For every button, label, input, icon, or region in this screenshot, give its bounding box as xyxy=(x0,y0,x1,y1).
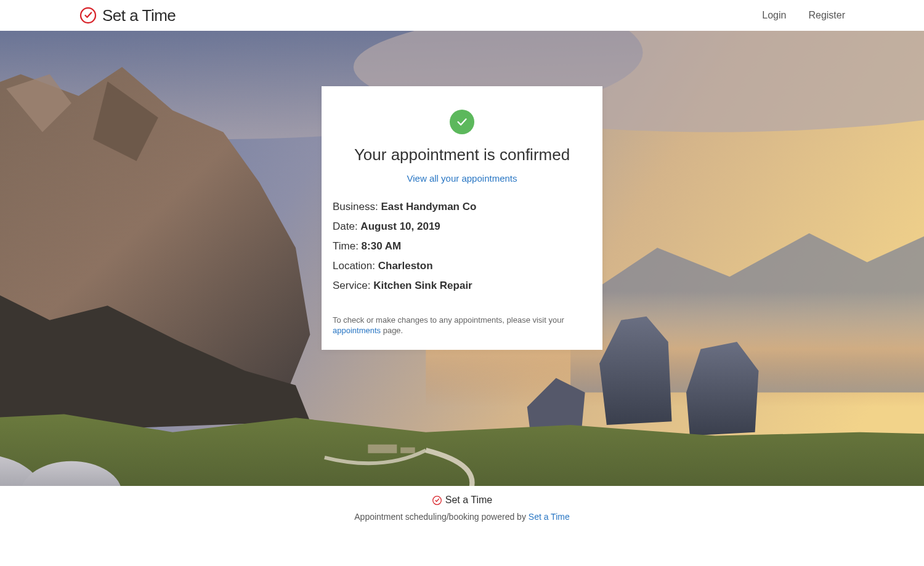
clock-check-icon xyxy=(432,495,442,506)
detail-date: Date: August 10, 2019 xyxy=(333,220,591,233)
svg-rect-12 xyxy=(368,445,397,453)
confirmation-title: Your appointment is confirmed xyxy=(333,145,591,164)
note-post: page. xyxy=(381,326,403,335)
value: 8:30 AM xyxy=(362,240,402,252)
register-link[interactable]: Register xyxy=(808,10,845,21)
footer: Set a Time Appointment scheduling/bookin… xyxy=(0,486,924,566)
header: Set a Time Login Register xyxy=(0,0,924,31)
brand-logo[interactable]: Set a Time xyxy=(79,6,176,25)
detail-location: Location: Charleston xyxy=(333,260,591,272)
value: August 10, 2019 xyxy=(360,220,440,232)
footer-text-pre: Appointment scheduling/booking powered b… xyxy=(354,512,529,522)
footer-text: Appointment scheduling/booking powered b… xyxy=(0,512,924,522)
brand-name: Set a Time xyxy=(102,6,176,25)
footer-brand-name: Set a Time xyxy=(445,495,492,506)
view-appointments-link[interactable]: View all your appointments xyxy=(407,173,517,184)
appointment-details: Business: East Handyman Co Date: August … xyxy=(333,201,591,292)
hero-background: Your appointment is confirmed View all y… xyxy=(0,31,924,566)
label: Service: xyxy=(333,280,373,291)
footer-logo[interactable]: Set a Time xyxy=(432,495,492,506)
detail-time: Time: 8:30 AM xyxy=(333,240,591,253)
label: Location: xyxy=(333,260,378,272)
value: East Handyman Co xyxy=(381,201,476,212)
footer-brand-link[interactable]: Set a Time xyxy=(529,512,570,522)
login-link[interactable]: Login xyxy=(762,10,786,21)
confirmation-card: Your appointment is confirmed View all y… xyxy=(322,86,602,350)
label: Time: xyxy=(333,240,362,252)
note-text: To check or make changes to any appointm… xyxy=(333,315,591,336)
value: Charleston xyxy=(378,260,433,272)
label: Business: xyxy=(333,201,381,212)
clock-check-icon xyxy=(79,6,97,25)
nav: Login Register xyxy=(762,10,845,21)
detail-service: Service: Kitchen Sink Repair xyxy=(333,280,591,292)
detail-business: Business: East Handyman Co xyxy=(333,201,591,213)
value: Kitchen Sink Repair xyxy=(373,280,472,291)
note-pre: To check or make changes to any appointm… xyxy=(333,315,564,325)
svg-rect-13 xyxy=(400,447,415,453)
appointments-page-link[interactable]: appointments xyxy=(333,326,381,335)
success-check-icon xyxy=(450,110,474,134)
label: Date: xyxy=(333,220,360,232)
